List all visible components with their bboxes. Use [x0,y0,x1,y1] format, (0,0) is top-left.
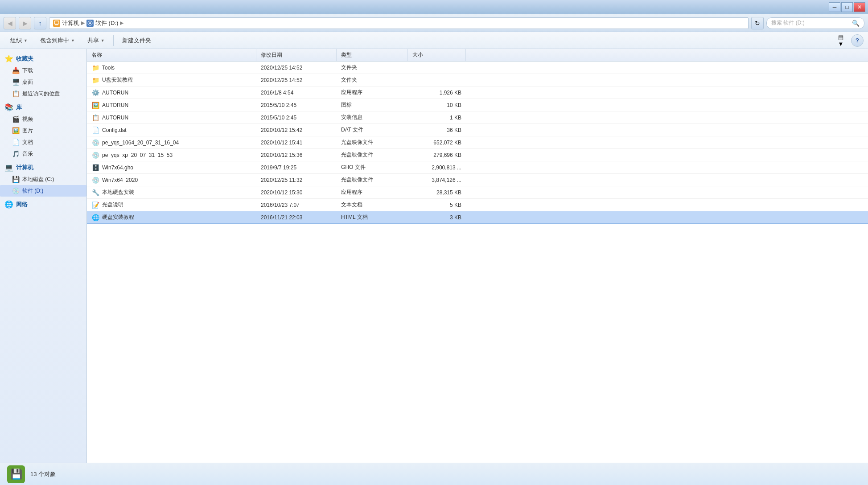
help-button[interactable]: ? [851,34,864,47]
desktop-label: 桌面 [22,78,33,86]
file-list-container[interactable]: 名称 修改日期 类型 大小 📁 Tools 2020/12/25 14:52 文… [87,49,868,463]
status-bar: 💾 13 个对象 [0,463,868,485]
file-date-cell: 2020/10/12 15:42 [256,127,337,133]
new-folder-button[interactable]: 新建文件夹 [116,34,157,47]
sidebar-item-recent[interactable]: 📋 最近访问的位置 [0,88,86,99]
file-date-cell: 2020/12/25 14:52 [256,65,337,71]
include-arrow: ▼ [71,38,75,43]
file-size-cell: 3 KB [408,214,466,221]
status-text: 13 个对象 [30,470,56,478]
drive-d-label: 软件 (D:) [22,187,43,195]
sidebar-item-drive-c[interactable]: 💾 本地磁盘 (C:) [0,173,86,185]
table-row[interactable]: 💿 pe_yqs_xp_20_07_31_15_53 2020/10/12 15… [87,149,868,161]
file-date-cell: 2020/12/25 11:32 [256,177,337,183]
view-button[interactable]: ▤ ▼ [835,34,847,47]
file-name: 光盘说明 [102,201,123,209]
file-name: Config.dat [102,127,127,133]
sidebar-group-computer[interactable]: 💻 计算机 [0,161,86,173]
file-name: pe_yqs_xp_20_07_31_15_53 [102,152,173,158]
downloads-label: 下载 [22,67,33,74]
file-name: Tools [102,65,115,71]
table-row[interactable]: 📋 AUTORUN 2015/5/10 2:45 安装信息 1 KB [87,111,868,124]
include-label: 包含到库中 [40,37,69,45]
col-header-size[interactable]: 大小 [408,49,466,61]
new-folder-label: 新建文件夹 [122,37,151,45]
search-box[interactable]: 搜索 软件 (D:) 🔍 [766,17,864,29]
sidebar-item-music[interactable]: 🎵 音乐 [0,148,86,160]
file-type-cell: 应用程序 [337,89,408,96]
file-size-cell: 279,696 KB [408,152,466,158]
file-size-cell: 10 KB [408,102,466,108]
pictures-label: 图片 [22,127,33,135]
file-name-cell: 📁 U盘安装教程 [87,76,256,84]
table-row[interactable]: 💿 pe_yqs_1064_20_07_31_16_04 2020/10/12 … [87,136,868,149]
network-label: 网络 [16,201,28,209]
music-label: 音乐 [22,150,33,158]
maximize-button[interactable]: □ [841,2,853,12]
path-computer: 计算机 [62,19,79,27]
sidebar-section-favorites: ⭐ 收藏夹 📥 下载 🖥️ 桌面 📋 最近访问的位置 [0,53,86,99]
table-row[interactable]: ⚙️ AUTORUN 2016/1/8 4:54 应用程序 1,926 KB [87,86,868,99]
library-label: 库 [16,103,22,111]
table-row[interactable]: 📄 Config.dat 2020/10/12 15:42 DAT 文件 36 … [87,124,868,136]
refresh-button[interactable]: ↻ [751,17,764,29]
file-date-cell: 2019/9/7 19:25 [256,164,337,171]
sidebar-item-downloads[interactable]: 📥 下载 [0,65,86,76]
table-row[interactable]: 📁 Tools 2020/12/25 14:52 文件夹 [87,62,868,74]
table-row[interactable]: 🌐 硬盘安装教程 2016/11/21 22:03 HTML 文档 3 KB [87,211,868,224]
recent-icon: 📋 [12,90,20,98]
file-icon: 📁 [91,64,99,72]
path-sep-1: ▶ [81,20,85,26]
file-name-cell: 🔧 本地硬盘安装 [87,189,256,197]
table-row[interactable]: 🗄️ Win7x64.gho 2019/9/7 19:25 GHO 文件 2,9… [87,161,868,174]
file-date-cell: 2020/10/12 15:30 [256,189,337,196]
share-button[interactable]: 共享 ▼ [82,34,111,47]
file-size-cell: 2,900,813 ... [408,164,466,171]
forward-button[interactable]: ▶ [19,17,31,29]
table-row[interactable]: 📁 U盘安装教程 2020/12/25 14:52 文件夹 [87,74,868,86]
table-row[interactable]: 🖼️ AUTORUN 2015/5/10 2:45 图标 10 KB [87,99,868,111]
organize-button[interactable]: 组织 ▼ [4,34,33,47]
file-date-cell: 2020/10/12 15:41 [256,140,337,146]
search-icon: 🔍 [852,20,860,27]
svg-rect-1 [55,25,58,25]
svg-rect-0 [54,21,59,24]
svg-point-3 [89,22,91,24]
include-library-button[interactable]: 包含到库中 ▼ [34,34,81,47]
sidebar-group-favorites[interactable]: ⭐ 收藏夹 [0,53,86,65]
sidebar-item-desktop[interactable]: 🖥️ 桌面 [0,76,86,88]
file-icon: 🌐 [91,214,99,222]
file-date-cell: 2016/1/8 4:54 [256,90,337,96]
minimize-button[interactable]: ─ [829,2,840,12]
address-path[interactable]: 计算机 ▶ 软件 (D:) ▶ [49,17,749,29]
sidebar-group-library[interactable]: 📚 库 [0,101,86,113]
col-header-name[interactable]: 名称 [87,49,256,61]
column-headers: 名称 修改日期 类型 大小 [87,49,868,62]
organize-arrow: ▼ [24,38,28,43]
col-header-date[interactable]: 修改日期 [256,49,337,61]
close-button[interactable]: ✕ [854,2,865,12]
sidebar-item-documents[interactable]: 📄 文档 [0,136,86,148]
file-icon: 📄 [91,126,99,134]
file-date-cell: 2016/11/21 22:03 [256,214,337,221]
sidebar-item-pictures[interactable]: 🖼️ 图片 [0,125,86,136]
library-icon: 📚 [4,103,13,111]
drive-d-icon: 💿 [12,187,20,195]
file-icon: 💿 [91,151,99,159]
file-type-cell: 文件夹 [337,64,408,71]
title-bar-buttons: ─ □ ✕ [829,2,865,12]
table-row[interactable]: 💿 Win7x64_2020 2020/12/25 11:32 光盘映像文件 3… [87,174,868,186]
sidebar-item-drive-d[interactable]: 💿 软件 (D:) [0,185,86,197]
table-row[interactable]: 📝 光盘说明 2016/10/23 7:07 文本文档 5 KB [87,199,868,211]
up-button[interactable]: ↑ [34,17,46,29]
file-name: AUTORUN [102,115,128,121]
file-type-cell: 文本文档 [337,201,408,209]
computer-icon [53,20,60,27]
back-button[interactable]: ◀ [4,17,16,29]
sidebar-group-network[interactable]: 🌐 网络 [0,198,86,210]
table-row[interactable]: 🔧 本地硬盘安装 2020/10/12 15:30 应用程序 28,315 KB [87,186,868,199]
sidebar-item-videos[interactable]: 🎬 视频 [0,113,86,125]
sidebar: ⭐ 收藏夹 📥 下载 🖥️ 桌面 📋 最近访问的位置 📚 库 [0,49,87,463]
col-header-type[interactable]: 类型 [337,49,408,61]
file-name-cell: 💿 pe_yqs_xp_20_07_31_15_53 [87,151,256,159]
